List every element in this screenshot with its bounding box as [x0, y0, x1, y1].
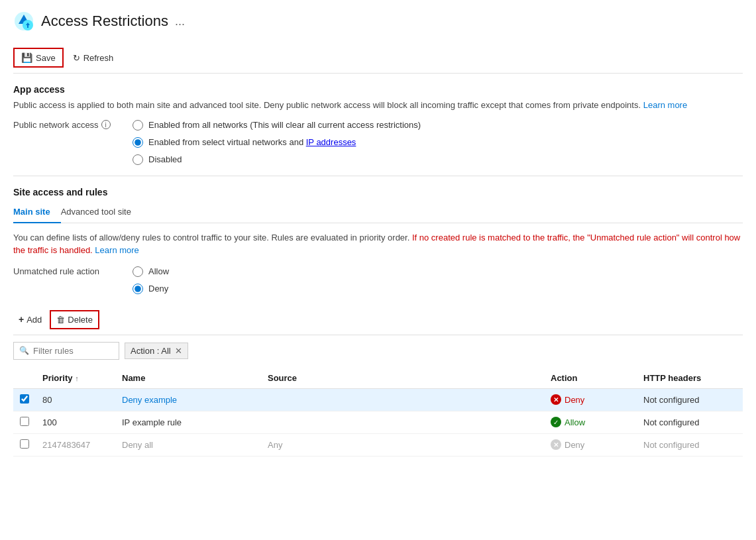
- network-radio-all[interactable]: [133, 120, 143, 131]
- site-access-section: Site access and rules Main site Advanced…: [13, 187, 743, 294]
- site-access-learn-more[interactable]: Learn more: [95, 245, 138, 255]
- row-action: ✕Deny: [544, 388, 637, 411]
- unmatched-rule-field: Unmatched rule action Allow Deny: [13, 266, 743, 294]
- row-checkbox-cell[interactable]: [13, 433, 36, 456]
- refresh-label: Refresh: [83, 53, 114, 63]
- page-title: Access Restrictions: [41, 13, 168, 30]
- row-action: ✓Allow: [544, 411, 637, 433]
- site-access-info: You can define lists of allow/deny rules…: [13, 231, 743, 257]
- more-icon[interactable]: ...: [175, 15, 185, 28]
- network-option-select[interactable]: Enabled from select virtual networks and…: [133, 137, 421, 148]
- add-label: Add: [27, 315, 42, 325]
- add-button[interactable]: + Add: [13, 311, 47, 328]
- search-icon: 🔍: [19, 346, 29, 355]
- unmatched-allow[interactable]: Allow: [133, 266, 169, 277]
- network-option-select-label: Enabled from select virtual networks and…: [148, 137, 356, 147]
- row-name: Deny all: [115, 433, 261, 456]
- row-checkbox-cell[interactable]: [13, 388, 36, 411]
- action-filter-tag: Action : All ✕: [125, 343, 188, 359]
- site-tabs: Main site Advanced tool site: [13, 201, 743, 223]
- delete-label: Delete: [68, 315, 93, 325]
- network-option-all-label: Enabled from all networks (This will cle…: [148, 120, 421, 130]
- col-source: Source: [261, 368, 544, 389]
- refresh-icon: ↻: [73, 53, 80, 63]
- row-checkbox-cell[interactable]: [13, 411, 36, 433]
- filter-clear-button[interactable]: ✕: [175, 346, 182, 356]
- action-deny-gray: ✕Deny: [551, 439, 630, 450]
- row-name-link[interactable]: Deny example: [122, 395, 177, 405]
- network-radio-select[interactable]: [133, 137, 143, 148]
- action-label: Allow: [565, 417, 585, 427]
- delete-button[interactable]: 🗑 Delete: [50, 310, 99, 329]
- site-access-title: Site access and rules: [13, 187, 743, 197]
- unmatched-radio-deny[interactable]: [133, 284, 143, 294]
- tab-advanced-tool-site[interactable]: Advanced tool site: [61, 201, 142, 223]
- table-row[interactable]: 2147483647Deny allAny✕DenyNot configured: [13, 433, 743, 456]
- table-row[interactable]: 80Deny example✕DenyNot configured: [13, 388, 743, 411]
- action-deny: ✕Deny: [551, 394, 630, 405]
- unmatched-deny-label: Deny: [148, 284, 168, 294]
- unmatched-rule-options: Allow Deny: [133, 266, 169, 294]
- row-source: [261, 411, 544, 433]
- table-header-row: Priority ↑ Name Source Action HTTP heade…: [13, 368, 743, 389]
- search-input[interactable]: [33, 346, 113, 356]
- save-icon: 💾: [21, 52, 32, 63]
- deny-gray-icon: ✕: [551, 439, 561, 450]
- public-network-field: Public network access i Enabled from all…: [13, 120, 743, 165]
- row-source: Any: [261, 433, 544, 456]
- filter-row: 🔍 Action : All ✕: [13, 342, 743, 360]
- app-access-desc-text: Public access is applied to both main si…: [13, 100, 641, 110]
- row-action: ✕Deny: [544, 433, 637, 456]
- col-action: Action: [544, 368, 637, 389]
- app-access-section: App access Public access is applied to b…: [13, 84, 743, 165]
- divider-1: [13, 176, 743, 176]
- ip-addresses-link[interactable]: IP addresses: [306, 137, 356, 147]
- col-name: Name: [115, 368, 261, 389]
- allow-icon: ✓: [551, 417, 561, 427]
- action-allow: ✓Allow: [551, 417, 630, 427]
- unmatched-deny[interactable]: Deny: [133, 284, 169, 294]
- row-source: [261, 388, 544, 411]
- public-network-label: Public network access i: [13, 120, 119, 130]
- row-http-headers: Not configured: [637, 411, 743, 433]
- network-option-disabled-label: Disabled: [148, 154, 182, 164]
- app-access-desc: Public access is applied to both main si…: [13, 99, 743, 112]
- action-filter-label: Action : All: [131, 346, 171, 356]
- app-access-title: App access: [13, 84, 743, 95]
- refresh-button[interactable]: ↻ Refresh: [66, 50, 121, 66]
- table-row[interactable]: 100IP example rule✓AllowNot configured: [13, 411, 743, 433]
- row-http-headers: Not configured: [637, 388, 743, 411]
- network-option-disabled[interactable]: Disabled: [133, 154, 421, 165]
- col-priority[interactable]: Priority ↑: [36, 368, 115, 389]
- save-button[interactable]: 💾 Save: [13, 48, 64, 68]
- plus-icon: +: [19, 314, 24, 325]
- unmatched-allow-label: Allow: [148, 266, 169, 276]
- row-name[interactable]: Deny example: [115, 388, 261, 411]
- row-checkbox[interactable]: [20, 439, 29, 449]
- row-priority: 100: [36, 411, 115, 433]
- row-name: IP example rule: [115, 411, 261, 433]
- network-radio-disabled[interactable]: [133, 154, 143, 165]
- app-access-learn-more[interactable]: Learn more: [643, 100, 687, 110]
- unmatched-radio-allow[interactable]: [133, 266, 143, 277]
- row-priority: 2147483647: [36, 433, 115, 456]
- rules-table: Priority ↑ Name Source Action HTTP heade…: [13, 368, 743, 457]
- action-label: Deny: [565, 440, 584, 450]
- tab-main-site[interactable]: Main site: [13, 201, 61, 223]
- filter-input-wrapper[interactable]: 🔍: [13, 342, 119, 360]
- trash-icon: 🗑: [56, 315, 65, 325]
- col-checkbox: [13, 368, 36, 389]
- row-checkbox[interactable]: [20, 417, 29, 426]
- rules-toolbar: + Add 🗑 Delete: [13, 305, 743, 335]
- save-label: Save: [36, 53, 56, 63]
- deny-icon: ✕: [551, 394, 561, 405]
- public-network-options: Enabled from all networks (This will cle…: [133, 120, 421, 165]
- row-priority: 80: [36, 388, 115, 411]
- sort-icon: ↑: [75, 374, 79, 382]
- col-http: HTTP headers: [637, 368, 743, 389]
- app-icon: [13, 11, 34, 32]
- info-icon[interactable]: i: [101, 120, 111, 129]
- row-checkbox[interactable]: [20, 394, 29, 404]
- toolbar: 💾 Save ↻ Refresh: [13, 42, 743, 74]
- network-option-all[interactable]: Enabled from all networks (This will cle…: [133, 120, 421, 131]
